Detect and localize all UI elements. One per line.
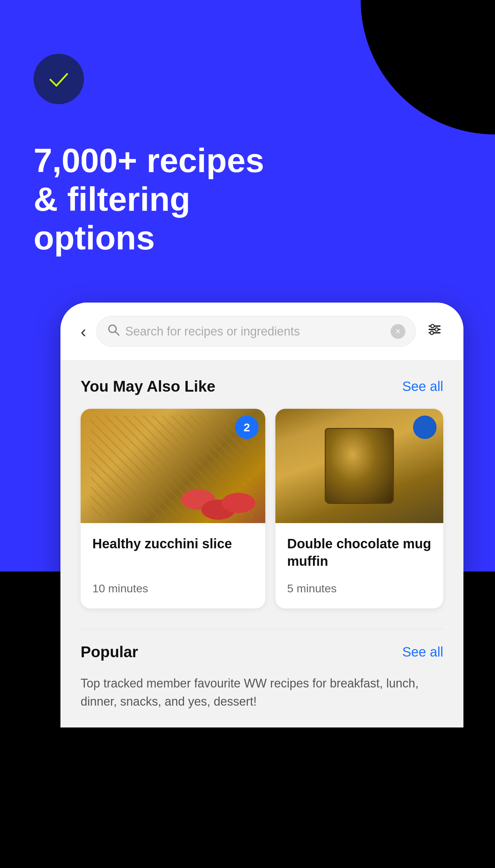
zucchini-time: 10 minutes bbox=[92, 582, 254, 595]
search-placeholder-text: Search for recipes or ingredients bbox=[125, 324, 386, 339]
svg-line-1 bbox=[115, 331, 119, 335]
recipe-card-chocolate[interactable]: Double chocolate mug muffin 5 minutes bbox=[275, 409, 443, 608]
phone-mockup: ‹ Search for recipes or ingredients × bbox=[61, 302, 463, 727]
content-area: You May Also Like See all 2 Healthy zucc… bbox=[61, 360, 463, 727]
filter-button[interactable] bbox=[426, 321, 443, 342]
you-may-also-like-header: You May Also Like See all bbox=[81, 377, 443, 395]
chocolate-badge bbox=[413, 415, 437, 439]
recipe-card-zucchini[interactable]: 2 Healthy zucchini slice 10 minutes bbox=[81, 409, 265, 608]
popular-section: Popular See all Top tracked member favou… bbox=[81, 643, 443, 711]
recipe-cards-row: 2 Healthy zucchini slice 10 minutes Doub… bbox=[81, 409, 443, 608]
search-clear-button[interactable]: × bbox=[391, 324, 405, 339]
svg-point-6 bbox=[435, 328, 438, 331]
chocolate-title: Double chocolate mug muffin bbox=[287, 535, 431, 572]
you-may-also-like-title: You May Also Like bbox=[81, 377, 215, 395]
svg-point-7 bbox=[430, 331, 433, 334]
zucchini-badge: 2 bbox=[235, 415, 259, 439]
section-divider bbox=[81, 629, 443, 629]
chocolate-time: 5 minutes bbox=[287, 582, 431, 595]
popular-header: Popular See all bbox=[81, 643, 443, 661]
zucchini-title: Healthy zucchini slice bbox=[92, 535, 254, 572]
search-bar[interactable]: Search for recipes or ingredients × bbox=[96, 316, 416, 347]
popular-description: Top tracked member favourite WW recipes … bbox=[81, 674, 443, 711]
you-may-also-like-see-all[interactable]: See all bbox=[402, 379, 443, 394]
back-button[interactable]: ‹ bbox=[81, 322, 86, 341]
popular-see-all[interactable]: See all bbox=[402, 644, 443, 659]
svg-point-5 bbox=[431, 324, 434, 328]
popular-title: Popular bbox=[81, 643, 138, 661]
nav-bar: ‹ Search for recipes or ingredients × bbox=[61, 302, 463, 360]
check-badge bbox=[34, 54, 84, 104]
chocolate-card-body: Double chocolate mug muffin 5 minutes bbox=[275, 523, 443, 608]
hero-headline: 7,000+ recipes & filtering options bbox=[34, 141, 269, 257]
zucchini-image: 2 bbox=[81, 409, 265, 523]
chocolate-image bbox=[275, 409, 443, 523]
search-icon bbox=[107, 323, 120, 340]
zucchini-card-body: Healthy zucchini slice 10 minutes bbox=[81, 523, 265, 608]
